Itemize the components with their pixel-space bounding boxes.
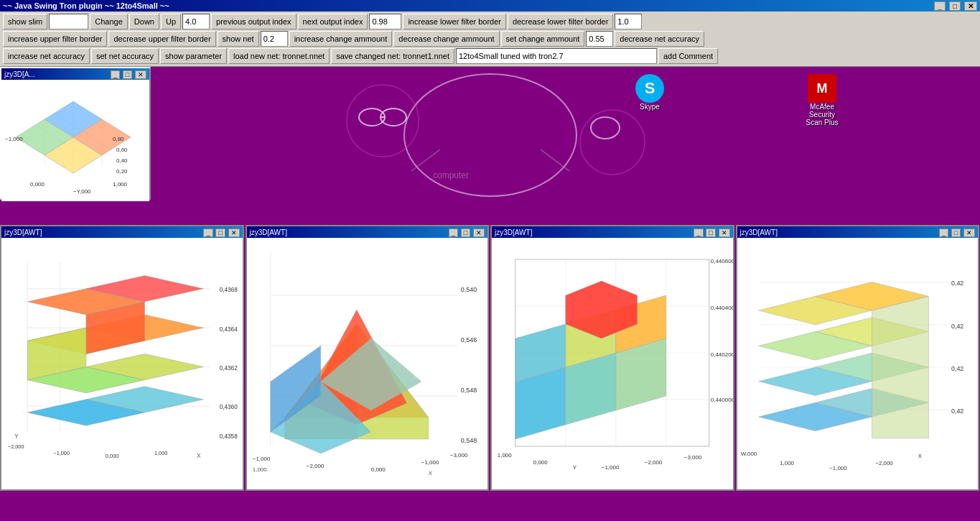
chart-4-content: 0,42 0,42 0,42 0,42 W,000 1,000 −1,000 −… [737,238,979,489]
chart-1-maximize[interactable]: □ [215,229,225,237]
svg-text:X: X [918,453,922,459]
show-net-button[interactable]: show net [218,31,259,47]
show-slim-button[interactable]: show slim [3,14,47,29]
svg-text:0,540: 0,540 [460,286,477,293]
svg-text:1,000: 1,000 [780,460,794,466]
chart-4-window: jzy3D[AWT] _ □ ✕ [736,225,980,491]
comment-input[interactable] [456,48,657,64]
inc-upper-filter-button[interactable]: increase upper filter border [3,31,107,47]
svg-text:0,4362: 0,4362 [220,365,238,372]
svg-text:0,4368: 0,4368 [220,287,238,293]
svg-text:computer: computer [433,170,469,180]
svg-text:0,4358: 0,4358 [220,433,238,440]
change-amount-input[interactable] [586,31,613,47]
show-param-button[interactable]: show parameter [160,48,227,64]
inc-change-button[interactable]: increase change ammount [289,31,393,47]
close-button[interactable]: ✕ [964,1,977,11]
chart-4-controls[interactable]: _ □ ✕ [938,229,975,236]
chart-2-close[interactable]: ✕ [473,229,485,237]
load-net-button[interactable]: load new net: tronnet.nnet [228,48,330,64]
minimize-button[interactable]: _ [934,1,946,11]
small-3d-controls[interactable]: _ □ ✕ [110,70,146,78]
chart-1-close[interactable]: ✕ [228,229,240,237]
svg-text:−1,000: −1,000 [602,464,620,471]
svg-text:0,80: 0,80 [113,136,124,142]
svg-text:1,000: 1,000 [498,452,513,458]
svg-text:0,60: 0,60 [116,147,128,153]
chart-2-content: 0,540 0,546 0,548 0,548 −1,000 −2,000 0,… [247,238,488,489]
change-button[interactable]: Change [90,14,128,29]
svg-text:−1,000: −1,000 [54,450,70,456]
chart-3-svg: 0,440600 0,440400 0,440200 0,440000 1,00… [492,238,733,489]
slim-input[interactable] [49,14,88,29]
dec-change-button[interactable]: decrease change ammount [393,31,499,47]
toolbar-row-2: increase upper filter border decrease up… [3,30,977,47]
chart-3-minimize[interactable]: _ [694,229,703,237]
lower-filter-value-input[interactable] [615,14,642,29]
small-3d-minimize[interactable]: _ [111,70,120,79]
add-comment-button[interactable]: add Comment [658,48,718,64]
svg-text:0,548: 0,548 [460,387,477,394]
svg-text:0,4364: 0,4364 [220,326,238,333]
mcafee-icon[interactable]: M McAfee Security Scan Plus [797,74,847,126]
output-value-input[interactable] [369,14,401,29]
svg-text:−2,000: −2,000 [306,463,324,469]
chart-1-svg: 0,4368 0,4364 0,4362 0,4360 0,4358 −2,00… [1,238,243,489]
dec-net-acc-button[interactable]: decrease net accuracy [615,31,704,47]
chart-2-minimize[interactable]: _ [449,229,458,237]
chart-4-maximize[interactable]: □ [951,229,961,237]
svg-text:0,42: 0,42 [951,323,963,330]
svg-text:Y: Y [573,464,577,471]
save-net-button[interactable]: save changed net: tronnet1.nnet [331,48,454,64]
maximize-button[interactable]: □ [949,1,961,11]
dec-lower-filter-button[interactable]: decrease lower filter border [508,14,613,29]
up-button[interactable]: Up [161,14,181,29]
svg-text:−Y,000: −Y,000 [73,188,91,195]
chart-3-close[interactable]: ✕ [719,229,730,237]
skype-icon[interactable]: S Skype [625,74,675,111]
svg-text:0,000: 0,000 [30,181,45,188]
svg-text:−1,000: −1,000 [421,459,439,466]
small-3d-title: jzy3D[A... [4,70,35,78]
svg-text:0,000: 0,000 [106,453,118,459]
chart-3-titlebar: jzy3D[AWT] _ □ ✕ [492,226,733,238]
mcafee-icon-img: M [808,74,836,103]
app-titlebar: ~~ Java Swing Tron plugin ~~ 12to4Small … [0,0,980,11]
chart-1-controls[interactable]: _ □ ✕ [202,229,239,236]
svg-text:1,000: 1,000 [252,466,267,473]
bottom-charts: jzy3D[AWT] _ □ ✕ [0,225,980,491]
chart-1-content: 0,4368 0,4364 0,4362 0,4360 0,4358 −2,00… [1,238,243,489]
skype-label: Skype [640,103,660,111]
next-output-button[interactable]: next output index [298,14,368,29]
prev-output-button[interactable]: previous output index [211,14,297,29]
svg-text:−2,000: −2,000 [875,460,893,466]
inc-lower-filter-button[interactable]: increase lower filter border [403,14,506,29]
chart-2-controls[interactable]: _ □ ✕ [448,229,485,236]
small-3d-content: −1,000 1,000 0,80 0,60 0,40 0,20 0,000 −… [1,80,149,201]
chart-2-maximize[interactable]: □ [461,229,470,237]
chart-3-title: jzy3D[AWT] [495,229,532,236]
chart-4-title: jzy3D[AWT] [740,229,778,236]
chart-1-minimize[interactable]: _ [203,229,213,237]
chart-3-controls[interactable]: _ □ ✕ [693,229,729,236]
app-title: ~~ Java Swing Tron plugin ~~ 12to4Small … [3,1,169,10]
chart-3-maximize[interactable]: □ [706,229,715,237]
chart-4-close[interactable]: ✕ [963,229,975,237]
inc-net-acc-button[interactable]: increase net accuracy [3,48,90,64]
svg-text:0,000: 0,000 [533,459,549,466]
net-value-input[interactable] [261,31,288,47]
small-3d-close[interactable]: ✕ [135,70,146,79]
toolbar-row-3: increase net accuracy set net accuracy s… [3,47,977,65]
set-net-acc-button[interactable]: set net accuracy [91,48,159,64]
chart-4-minimize[interactable]: _ [939,229,948,237]
small-3d-titlebar: jzy3D[A... _ □ ✕ [1,68,149,80]
small-3d-maximize[interactable]: □ [123,70,132,79]
window-controls[interactable]: _ □ ✕ [933,1,977,10]
up-value-input[interactable] [182,14,210,29]
down-button[interactable]: Down [129,14,159,29]
dec-upper-filter-button[interactable]: decrease upper filter border [108,31,215,47]
chart-1-title: jzy3D[AWT] [4,229,42,236]
small-3d-window: jzy3D[A... _ □ ✕ [0,67,151,200]
set-change-button[interactable]: set change ammount [501,31,585,47]
chart-3-window: jzy3D[AWT] _ □ ✕ [490,225,734,491]
